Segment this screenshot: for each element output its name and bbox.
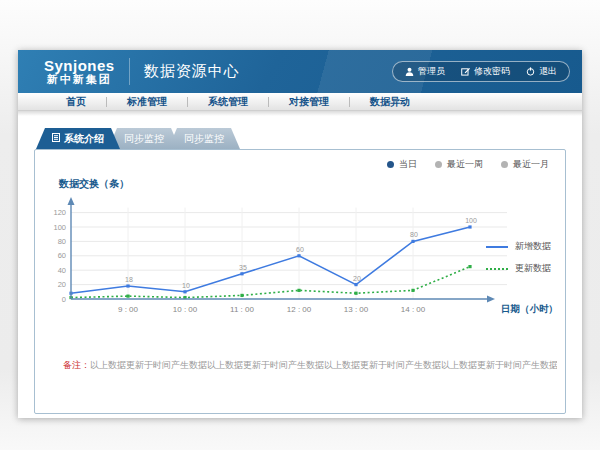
tab-label: 同步监控: [184, 132, 224, 146]
radio-selected-icon: [387, 161, 394, 168]
footnote-text: 以上数据更新于时间产生数据以上数据更新于时间产生数据以上数据更新于时间产生数据以…: [90, 360, 557, 370]
nav-item-home[interactable]: 首页: [46, 95, 106, 109]
period-filter-group: 当日 最近一周 最近一月: [387, 158, 549, 171]
svg-text:18: 18: [125, 276, 133, 283]
footnote-label: 备注：: [63, 360, 90, 370]
tab-label: 同步监控: [124, 132, 164, 146]
y-axis-title: 数据交换（条）: [59, 177, 129, 191]
legend-label: 更新数据: [515, 262, 551, 275]
radio-label: 当日: [399, 158, 417, 171]
svg-text:11 : 00: 11 : 00: [230, 305, 254, 314]
legend-item-update-data: 更新数据: [486, 262, 551, 275]
chart-panel: 当日 最近一周 最近一月 数据交换（条） 0204060801001209 : …: [34, 149, 566, 414]
admin-user-button[interactable]: 管理员: [405, 65, 445, 78]
radio-unselected-icon: [501, 161, 508, 168]
change-password-button[interactable]: 修改密码: [461, 65, 510, 78]
user-icon: [405, 67, 414, 76]
svg-text:40: 40: [58, 266, 66, 275]
logout-button[interactable]: 退出: [526, 65, 557, 78]
solid-line-icon: [486, 246, 508, 248]
radio-label: 最近一月: [513, 158, 549, 171]
svg-text:12 : 00: 12 : 00: [287, 305, 312, 314]
nav-item-system-mgmt[interactable]: 系统管理: [188, 95, 268, 109]
footnote: 备注：以上数据更新于时间产生数据以上数据更新于时间产生数据以上数据更新于时间产生…: [63, 359, 557, 372]
nav-item-interface-mgmt[interactable]: 对接管理: [269, 95, 349, 109]
main-content: 系统介绍 同步监控 同步监控 当日 最近一周: [18, 116, 582, 414]
svg-text:10: 10: [182, 282, 190, 289]
brand-logo: Synjones 新中新集团: [44, 58, 130, 85]
main-nav: 首页 标准管理 系统管理 对接管理 数据异动: [18, 93, 582, 111]
user-menu: 管理员 修改密码 退出: [392, 61, 570, 82]
svg-text:10 : 00: 10 : 00: [173, 305, 198, 314]
tab-label: 系统介绍: [64, 132, 104, 146]
brand-name: Synjones: [44, 58, 115, 74]
app-header: Synjones 新中新集团 数据资源中心 管理员 修改密码 退出: [18, 50, 582, 93]
logout-label: 退出: [539, 65, 557, 78]
page-title: 数据资源中心: [144, 62, 240, 81]
svg-text:20: 20: [58, 280, 66, 289]
tab-system-intro[interactable]: 系统介绍: [36, 128, 120, 149]
nav-item-standard-mgmt[interactable]: 标准管理: [107, 95, 187, 109]
tab-sync-monitor-2[interactable]: 同步监控: [168, 128, 240, 149]
svg-text:80: 80: [58, 237, 66, 246]
svg-text:13 : 00: 13 : 00: [344, 305, 369, 314]
nav-item-data-change[interactable]: 数据异动: [350, 95, 430, 109]
legend-label: 新增数据: [515, 240, 551, 253]
app-window: Synjones 新中新集团 数据资源中心 管理员 修改密码 退出: [18, 50, 582, 418]
power-icon: [526, 67, 535, 76]
svg-text:0: 0: [62, 295, 66, 304]
svg-text:120: 120: [53, 208, 66, 217]
chart-legend: 新增数据 更新数据: [486, 240, 551, 275]
radio-unselected-icon: [435, 161, 442, 168]
svg-text:100: 100: [53, 223, 66, 232]
edit-icon: [461, 67, 470, 76]
legend-item-new-data: 新增数据: [486, 240, 551, 253]
svg-text:35: 35: [239, 264, 247, 271]
svg-text:20: 20: [353, 275, 361, 282]
dotted-line-icon: [486, 268, 508, 270]
svg-text:14 : 00: 14 : 00: [401, 305, 426, 314]
svg-text:日期（小时）: 日期（小时）: [501, 303, 558, 315]
document-icon: [52, 133, 60, 144]
radio-label: 最近一周: [447, 158, 483, 171]
svg-text:60: 60: [296, 246, 304, 253]
tab-bar: 系统介绍 同步监控 同步监控: [36, 128, 566, 149]
svg-text:9 : 00: 9 : 00: [118, 305, 139, 314]
svg-text:100: 100: [465, 217, 477, 224]
change-password-label: 修改密码: [474, 65, 510, 78]
brand-subtitle: 新中新集团: [47, 74, 112, 86]
svg-text:60: 60: [58, 251, 66, 260]
radio-today[interactable]: 当日: [387, 158, 417, 171]
radio-last-month[interactable]: 最近一月: [501, 158, 549, 171]
radio-last-week[interactable]: 最近一周: [435, 158, 483, 171]
svg-text:80: 80: [410, 231, 418, 238]
admin-user-label: 管理员: [418, 65, 445, 78]
tab-sync-monitor-1[interactable]: 同步监控: [108, 128, 180, 149]
